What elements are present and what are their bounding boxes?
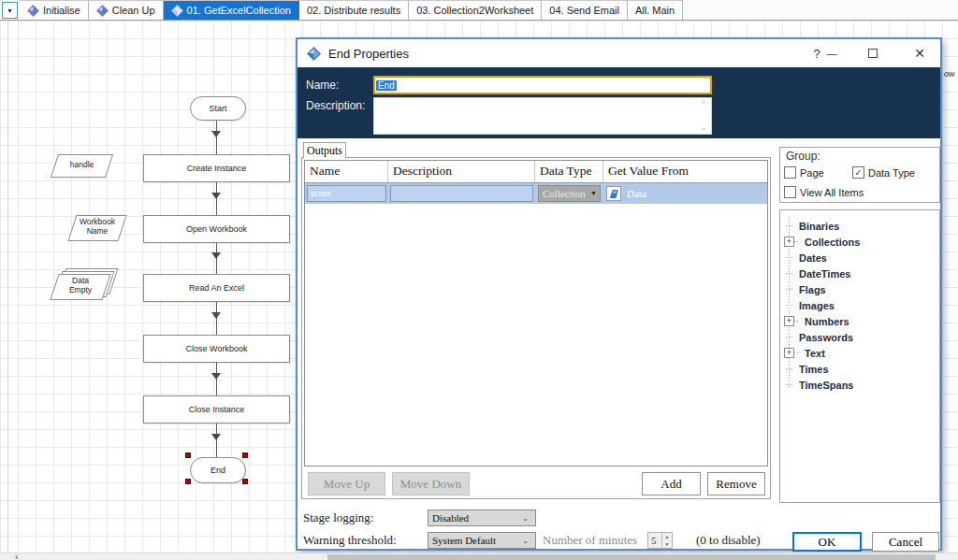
tree-label: Passwords — [799, 332, 853, 343]
spinner-down-icon[interactable]: ▼ — [665, 541, 670, 547]
button-label: Remove — [716, 477, 756, 492]
tree-item-images[interactable]: Images — [780, 297, 835, 313]
stage-label: Read An Excel — [189, 283, 244, 293]
checkbox-view-all-items[interactable]: View All Items — [784, 186, 864, 198]
tree-item-times[interactable]: Times — [780, 361, 829, 377]
stage-open-workbook[interactable]: Open Workbook — [143, 215, 290, 243]
checkbox-checked-icon: ✓ — [852, 166, 864, 179]
tree-item-passwords[interactable]: Passwords — [780, 329, 853, 345]
arrowhead-icon — [211, 193, 221, 199]
chevron-down-icon: ▼ — [590, 190, 600, 197]
stage-end[interactable]: End — [190, 457, 246, 483]
tree-item-text[interactable]: +Text — [780, 345, 825, 361]
tab-send-email[interactable]: 04. Send Email — [542, 0, 628, 20]
spinner-up-icon[interactable]: ▲ — [665, 534, 670, 539]
tree-item-dates[interactable]: Dates — [780, 250, 827, 266]
close-button[interactable]: ✕ — [906, 39, 934, 67]
column-header-data-type[interactable]: Data Type — [535, 161, 603, 182]
tab-label: Initialise — [43, 5, 80, 16]
column-header-get-value-from[interactable]: Get Value From — [603, 161, 767, 182]
minimize-button[interactable]: — — [818, 39, 846, 67]
scroll-left-icon[interactable]: ‹ — [15, 551, 19, 560]
tree-item-binaries[interactable]: Binaries — [780, 218, 839, 234]
expand-icon[interactable]: + — [784, 348, 794, 358]
data-item-handle[interactable]: handle — [54, 154, 109, 178]
tree-label: Flags — [799, 284, 826, 295]
prism-icon — [171, 5, 183, 17]
stage-label: End — [210, 466, 225, 475]
tree-item-numbers[interactable]: +Numbers — [780, 313, 849, 329]
tree-label: Times — [799, 364, 829, 375]
stage-label: Close Workbook — [186, 344, 248, 353]
add-button[interactable]: Add — [642, 472, 701, 495]
stage-close-instance[interactable]: Close Instance — [143, 395, 290, 424]
stage-label: Open Workbook — [186, 224, 247, 234]
tree-item-collections[interactable]: +Collections — [780, 234, 860, 250]
canvas-edge — [7, 21, 8, 553]
selection-handle[interactable] — [242, 452, 248, 458]
stage-start[interactable]: Start — [190, 96, 246, 121]
button-label: Add — [660, 477, 681, 492]
tab-distribute-results[interactable]: 02. Distribute results — [299, 0, 409, 20]
tab-getexcelcollection[interactable]: 01. GetExcelCollection — [164, 0, 299, 20]
name-input[interactable]: End — [373, 76, 712, 94]
stage-read-an-excel[interactable]: Read An Excel — [143, 274, 290, 302]
data-type-tree[interactable]: Binaries +Collections Dates DateTimes Fl… — [779, 209, 940, 503]
button-label: OK — [819, 535, 836, 550]
prism-icon — [96, 5, 109, 17]
selection-handle[interactable] — [185, 479, 191, 484]
collection-item-data-empty[interactable]: Data Empty — [54, 274, 107, 300]
data-type-select[interactable]: Collection ▼ — [538, 185, 601, 202]
move-up-button[interactable]: Move Up — [308, 472, 385, 495]
outputs-table[interactable]: Name Description Data Type Get Value Fro… — [304, 160, 768, 467]
data-item-workbook-name[interactable]: Workbook Name — [72, 215, 123, 241]
tree-item-flags[interactable]: Flags — [780, 281, 826, 297]
get-value-from-value[interactable]: Data — [627, 188, 646, 199]
warning-threshold-select[interactable]: System Default ⌄ — [428, 532, 536, 549]
maximize-button[interactable] — [859, 39, 887, 67]
table-row[interactable]: score Collection ▼ Data — [305, 183, 767, 204]
tab-outputs[interactable]: Outputs — [303, 142, 346, 158]
tab-label: 01. GetExcelCollection — [187, 5, 291, 16]
tree-label: Collections — [805, 237, 860, 248]
move-down-button[interactable]: Move Down — [392, 472, 470, 495]
column-header-name[interactable]: Name — [305, 161, 388, 182]
selection-handle[interactable] — [242, 479, 248, 484]
column-header-description[interactable]: Description — [388, 161, 535, 182]
tree-item-timespans[interactable]: TimeSpans — [780, 377, 854, 393]
tree-label: Binaries — [799, 221, 839, 232]
output-name-input[interactable]: score — [307, 185, 386, 202]
tab-all-main[interactable]: All. Main — [628, 0, 683, 20]
scrollbar-thumb[interactable] — [327, 554, 936, 560]
data-type-value: Collection — [543, 188, 586, 199]
checkbox-icon — [784, 166, 796, 179]
tree-label: TimeSpans — [799, 380, 854, 391]
minutes-stepper[interactable]: 5 ▲ ▼ — [647, 532, 673, 549]
stage-logging-select[interactable]: Disabled ⌄ — [428, 510, 536, 526]
tab-list-dropdown-button[interactable]: ▼ — [2, 2, 18, 19]
ok-button[interactable]: OK — [792, 532, 862, 552]
textarea-scrollbar[interactable]: ⌃ ⌄ — [697, 99, 710, 133]
minimize-icon: — — [827, 48, 837, 59]
horizontal-scrollbar[interactable]: ‹ — [0, 553, 958, 560]
checkbox-data-type[interactable]: ✓ Data Type — [852, 166, 915, 179]
description-textarea[interactable]: ⌃ ⌄ — [373, 97, 712, 135]
remove-button[interactable]: Remove — [707, 472, 765, 495]
checkbox-page[interactable]: Page — [784, 166, 824, 179]
hidden-stage-label: ow — [944, 69, 955, 79]
tab-clean-up[interactable]: Clean Up — [89, 0, 164, 20]
scroll-up-icon: ⌃ — [700, 100, 707, 109]
output-description-input[interactable] — [390, 185, 533, 202]
button-label: Move Down — [400, 477, 461, 492]
tab-collection2worksheet[interactable]: 03. Collection2Worksheet — [409, 0, 542, 20]
tab-initialise[interactable]: Initialise — [20, 0, 89, 20]
tree-item-datetimes[interactable]: DateTimes — [780, 266, 850, 281]
cancel-button[interactable]: Cancel — [872, 532, 939, 552]
selection-handle[interactable] — [185, 452, 191, 458]
tab-label: 02. Distribute results — [307, 5, 400, 16]
expand-icon[interactable]: + — [784, 316, 794, 326]
tree-label: Numbers — [805, 316, 849, 327]
stage-create-instance[interactable]: Create Instance — [143, 154, 290, 182]
stage-close-workbook[interactable]: Close Workbook — [143, 335, 290, 363]
expand-icon[interactable]: + — [784, 237, 794, 247]
